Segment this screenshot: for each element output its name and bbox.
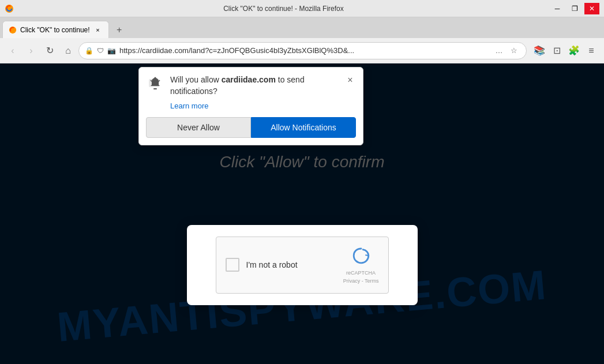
navbar: ‹ › ↻ ⌂ 🔒 🛡 📷 https://cardiidae.com/land… <box>0 38 604 63</box>
extensions-button[interactable]: 🧩 <box>566 43 582 59</box>
never-allow-button[interactable]: Never Allow <box>146 117 251 138</box>
home-button[interactable]: ⌂ <box>60 43 76 59</box>
url-text: https://cardiidae.com/land?c=zJnOFQBGusi… <box>119 46 489 55</box>
back-button[interactable]: ‹ <box>5 43 21 59</box>
tab-close-button[interactable]: × <box>93 25 103 35</box>
titlebar: Click "OK" to continue! - Mozilla Firefo… <box>0 0 604 17</box>
toolbar-icons: 📚 ⊡ 🧩 ≡ <box>531 43 599 59</box>
tab-title: Click "OK" to continue! <box>20 26 90 34</box>
allow-notifications-button[interactable]: Allow Notifications <box>251 117 356 138</box>
restore-button[interactable]: ❐ <box>567 3 582 14</box>
svg-point-4 <box>155 77 156 79</box>
notification-popup: Will you allow cardiidae.com to send not… <box>138 67 363 145</box>
notification-bell-icon <box>146 74 164 93</box>
reload-button[interactable]: ↻ <box>42 43 58 59</box>
content-area: MYANTISPYWARE.COM Click "Allow" to confi… <box>0 63 604 364</box>
recaptcha-checkbox[interactable] <box>226 258 239 272</box>
recaptcha-links: Privacy - Terms <box>343 278 379 284</box>
window-controls: ─ ❐ ✕ <box>550 3 599 14</box>
recaptcha-spiral-icon <box>352 246 370 269</box>
tab-favicon <box>9 26 17 34</box>
minimize-button[interactable]: ─ <box>550 3 565 14</box>
security-icon: 🔒 <box>85 47 93 55</box>
popup-buttons: Never Allow Allow Notifications <box>146 117 356 138</box>
camera-icon: 📷 <box>107 47 116 55</box>
permissions-icon: 🛡 <box>97 47 104 55</box>
sync-button[interactable]: ⊡ <box>549 43 565 59</box>
recaptcha-brand-text: reCAPTCHA <box>346 270 376 277</box>
recaptcha-logo: reCAPTCHA Privacy - Terms <box>343 246 379 284</box>
bookmark-star-button[interactable]: ☆ <box>508 44 520 57</box>
url-more-button[interactable]: … <box>493 44 505 57</box>
recaptcha-box: I'm not a robot reCAPTCHA Privacy - Term… <box>216 237 389 294</box>
menu-button[interactable]: ≡ <box>583 43 599 59</box>
tabbar: Click "OK" to continue! × + <box>0 17 604 38</box>
titlebar-title: Click "OK" to continue! - Mozilla Firefo… <box>17 5 550 13</box>
new-tab-button[interactable]: + <box>111 22 127 38</box>
forward-button[interactable]: › <box>23 43 39 59</box>
popup-question-text: Will you allow cardiidae.com to send not… <box>170 74 339 97</box>
learn-more-link[interactable]: Learn more <box>170 102 356 110</box>
active-tab[interactable]: Click "OK" to continue! × <box>2 21 109 38</box>
url-bar[interactable]: 🔒 🛡 📷 https://cardiidae.com/land?c=zJnOF… <box>78 42 527 59</box>
library-button[interactable]: 📚 <box>531 43 547 59</box>
svg-rect-3 <box>153 88 157 89</box>
popup-header: Will you allow cardiidae.com to send not… <box>146 74 356 97</box>
click-allow-text: Click "Allow" to confirm <box>0 153 604 171</box>
firefox-icon <box>5 4 14 13</box>
recaptcha-label: I'm not a robot <box>246 260 336 269</box>
url-bar-actions: … ☆ <box>493 44 520 57</box>
recaptcha-container: I'm not a robot reCAPTCHA Privacy - Term… <box>187 225 418 305</box>
popup-close-button[interactable]: × <box>344 74 356 86</box>
close-button[interactable]: ✕ <box>584 3 599 14</box>
